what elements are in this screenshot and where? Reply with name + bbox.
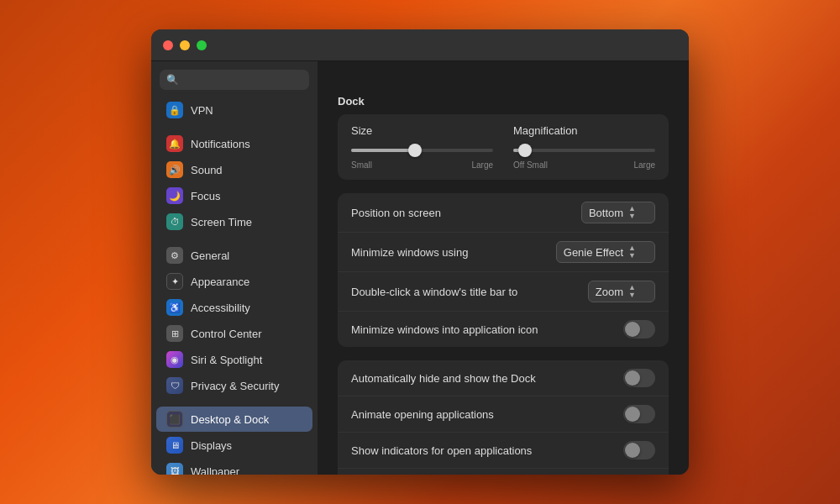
- settings-label-auto-hide-dock: Automatically hide and show the Dock: [351, 372, 623, 385]
- slider-range-size-slider: SmallLarge: [351, 160, 493, 170]
- sidebar-item-vpn[interactable]: 🔒VPN: [156, 97, 312, 123]
- settings-label-animate-opening: Animate opening applications: [351, 408, 623, 421]
- slider-track-magnification-slider[interactable]: [513, 149, 655, 152]
- dropdown-position-on-screen[interactable]: Bottom▲▼: [581, 202, 655, 223]
- slider-fill-size-slider: [351, 149, 415, 152]
- sidebar-label-privacy: Privacy & Security: [191, 380, 279, 392]
- slider-max-label: Large: [633, 160, 655, 170]
- settings-label-minimize-windows-using: Minimize windows using: [351, 246, 556, 259]
- sidebar-item-control-center[interactable]: ⊞Control Center: [156, 321, 312, 346]
- dropdown-value-position-on-screen: Bottom: [589, 207, 623, 219]
- settings-row-auto-hide-dock: Automatically hide and show the Dock: [338, 360, 669, 396]
- slider-track-size-slider[interactable]: [351, 149, 493, 152]
- settings-group-dock-settings: Position on screenBottom▲▼Minimize windo…: [338, 193, 669, 347]
- slider-size-slider: SizeSmallLarge: [351, 124, 493, 170]
- sidebar-item-notifications[interactable]: 🔔Notifications: [156, 131, 312, 156]
- sidebar-item-accessibility[interactable]: ♿Accessibility: [156, 295, 312, 320]
- sidebar-label-general: General: [191, 249, 229, 262]
- slider-magnification-slider: MagnificationOff SmallLarge: [513, 124, 655, 170]
- sidebar-separator: [151, 235, 318, 242]
- content-scroll[interactable]: DockSizeSmallLargeMagnificationOff Small…: [318, 85, 689, 475]
- slider-min-label: Small: [351, 160, 372, 170]
- sidebar-item-focus[interactable]: 🌙Focus: [156, 183, 312, 208]
- settings-label-show-indicators: Show indicators for open applications: [351, 444, 623, 457]
- sidebar-item-privacy[interactable]: 🛡Privacy & Security: [156, 373, 312, 398]
- settings-row-minimize-windows-using: Minimize windows usingGenie Effect▲▼: [338, 233, 669, 272]
- sidebar-label-notifications: Notifications: [191, 138, 250, 150]
- sidebar-label-screen-time: Screen Time: [191, 216, 252, 228]
- sidebar-item-sound[interactable]: 🔊Sound: [156, 157, 312, 182]
- sidebar-label-siri: Siri & Spotlight: [191, 354, 262, 366]
- slider-thumb-magnification-slider[interactable]: [518, 144, 532, 157]
- slider-label-size-slider: Size: [351, 124, 493, 137]
- slider-label-magnification-slider: Magnification: [513, 124, 655, 137]
- toggle-minimize-into-icon[interactable]: [623, 320, 655, 339]
- sidebar-separator: [151, 123, 318, 130]
- slider-range-magnification-slider: Off SmallLarge: [513, 160, 655, 170]
- toggle-knob-animate-opening: [625, 407, 640, 422]
- dropdown-value-double-click-titlebar: Zoom: [596, 286, 623, 298]
- wallpaper-icon: 🖼: [166, 463, 183, 475]
- search-icon: 🔍: [166, 74, 179, 86]
- sidebar-label-focus: Focus: [191, 190, 220, 202]
- sidebar-label-wallpaper: Wallpaper: [191, 465, 239, 475]
- vpn-icon: 🔒: [166, 102, 183, 118]
- sidebar-label-desktop-dock: Desktop & Dock: [191, 413, 269, 426]
- displays-icon: 🖥: [166, 437, 183, 454]
- dropdown-arrows-double-click-titlebar: ▲▼: [628, 284, 636, 299]
- sidebar-list: 🔒VPN🔔Notifications🔊Sound🌙Focus⏱Screen Ti…: [151, 95, 318, 475]
- focus-icon: 🌙: [166, 187, 183, 204]
- settings-group-dock-behavior: Automatically hide and show the DockAnim…: [338, 360, 669, 475]
- sidebar-label-control-center: Control Center: [191, 328, 262, 340]
- sidebar-label-vpn: VPN: [191, 104, 213, 117]
- close-button[interactable]: [163, 40, 173, 50]
- section-title-dock-section: Dock: [338, 95, 669, 108]
- sidebar-item-displays[interactable]: 🖥Displays: [156, 433, 312, 458]
- sidebar-item-siri[interactable]: ◉Siri & Spotlight: [156, 347, 312, 372]
- settings-row-minimize-into-icon: Minimize windows into application icon: [338, 312, 669, 347]
- settings-row-show-indicators: Show indicators for open applications: [338, 433, 669, 469]
- control-center-icon: ⊞: [166, 325, 183, 342]
- settings-row-position-on-screen: Position on screenBottom▲▼: [338, 193, 669, 233]
- dropdown-minimize-windows-using[interactable]: Genie Effect▲▼: [556, 241, 655, 263]
- slider-thumb-size-slider[interactable]: [408, 144, 422, 157]
- notifications-icon: 🔔: [166, 135, 183, 152]
- dropdown-double-click-titlebar[interactable]: Zoom▲▼: [588, 281, 655, 302]
- siri-icon: ◉: [166, 351, 183, 368]
- appearance-icon: ✦: [166, 273, 183, 290]
- settings-row-double-click-titlebar: Double-click a window's title bar toZoom…: [338, 272, 669, 312]
- general-icon: ⚙: [166, 247, 183, 264]
- desktop-dock-icon: ⬛: [166, 411, 183, 428]
- sidebar-separator: [151, 399, 318, 406]
- sidebar-label-sound: Sound: [191, 164, 223, 176]
- toggle-show-indicators[interactable]: [623, 441, 655, 459]
- sound-icon: 🔊: [166, 161, 183, 178]
- sidebar-label-accessibility: Accessibility: [191, 302, 250, 314]
- settings-row-animate-opening: Animate opening applications: [338, 396, 669, 433]
- accessibility-icon: ♿: [166, 299, 183, 316]
- traffic-lights: [163, 40, 207, 50]
- sidebar-item-general[interactable]: ⚙General: [156, 243, 312, 268]
- dropdown-arrows-minimize-windows-using: ▲▼: [628, 244, 636, 260]
- search-bar[interactable]: 🔍: [160, 70, 309, 90]
- sidebar-item-desktop-dock[interactable]: ⬛Desktop & Dock: [156, 407, 312, 432]
- toggle-animate-opening[interactable]: [623, 405, 655, 423]
- settings-label-position-on-screen: Position on screen: [351, 207, 581, 219]
- sidebar-item-appearance[interactable]: ✦Appearance: [156, 269, 312, 294]
- sidebar: 🔍 🔒VPN🔔Notifications🔊Sound🌙Focus⏱Screen …: [151, 61, 318, 475]
- minimize-button[interactable]: [180, 40, 190, 50]
- privacy-icon: 🛡: [166, 377, 183, 394]
- sidebar-item-screen-time[interactable]: ⏱Screen Time: [156, 209, 312, 234]
- slider-row: SizeSmallLargeMagnificationOff SmallLarg…: [351, 124, 655, 170]
- maximize-button[interactable]: [197, 40, 207, 50]
- sidebar-item-wallpaper[interactable]: 🖼Wallpaper: [156, 459, 312, 475]
- dropdown-arrows-position-on-screen: ▲▼: [628, 205, 636, 220]
- content-area: DockSizeSmallLargeMagnificationOff Small…: [318, 61, 689, 475]
- settings-row-show-recent: Show recent applications in Dock: [338, 469, 669, 475]
- slider-max-label: Large: [471, 160, 493, 170]
- slider-min-label: Off Small: [513, 160, 548, 170]
- sidebar-label-appearance: Appearance: [191, 276, 249, 288]
- toggle-knob-show-indicators: [625, 443, 640, 458]
- toggle-auto-hide-dock[interactable]: [623, 369, 655, 387]
- system-preferences-window: 🔍 🔒VPN🔔Notifications🔊Sound🌙Focus⏱Screen …: [151, 29, 689, 475]
